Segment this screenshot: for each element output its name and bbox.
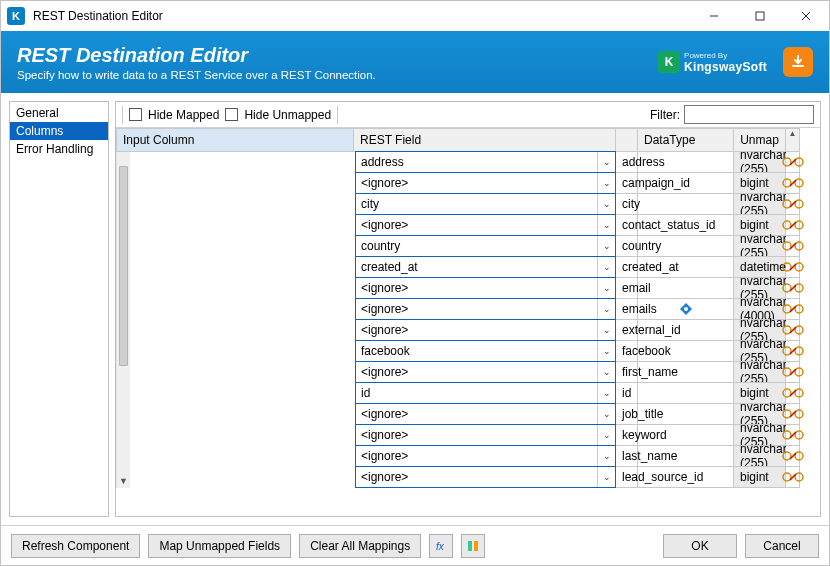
sidebar-item-columns[interactable]: Columns: [10, 122, 108, 140]
input-column-field[interactable]: [356, 215, 597, 235]
input-column-cell[interactable]: ⌄: [355, 382, 616, 404]
cancel-button[interactable]: Cancel: [745, 534, 819, 558]
input-column-cell[interactable]: ⌄: [355, 319, 616, 341]
unmap-button[interactable]: [786, 382, 800, 404]
chevron-down-icon[interactable]: ⌄: [597, 215, 615, 235]
input-column-field[interactable]: [356, 152, 597, 172]
chevron-down-icon[interactable]: ⌄: [597, 425, 615, 445]
fx-cell[interactable]: [638, 298, 734, 320]
close-button[interactable]: [783, 1, 829, 31]
minimize-button[interactable]: [691, 1, 737, 31]
rest-field-cell[interactable]: job_title: [616, 403, 638, 425]
chevron-down-icon[interactable]: ⌄: [597, 152, 615, 172]
filter-input[interactable]: [684, 105, 814, 124]
input-column-cell[interactable]: ⌄: [355, 340, 616, 362]
input-column-cell[interactable]: ⌄: [355, 172, 616, 194]
hide-unmapped-checkbox[interactable]: [225, 108, 238, 121]
unmap-button[interactable]: [786, 193, 800, 215]
input-column-cell[interactable]: ⌄: [355, 403, 616, 425]
rest-field-cell[interactable]: emails: [616, 298, 638, 320]
rest-field-cell[interactable]: email: [616, 277, 638, 299]
rest-field-cell[interactable]: country: [616, 235, 638, 257]
rest-field-cell[interactable]: id: [616, 382, 638, 404]
input-column-cell[interactable]: ⌄: [355, 277, 616, 299]
rest-field-cell[interactable]: facebook: [616, 340, 638, 362]
rest-field-cell[interactable]: contact_status_id: [616, 214, 638, 236]
download-button[interactable]: [783, 47, 813, 77]
chevron-down-icon[interactable]: ⌄: [597, 446, 615, 466]
column-header-datatype[interactable]: DataType: [638, 128, 734, 152]
input-column-field[interactable]: [356, 278, 597, 298]
input-column-cell[interactable]: ⌄: [355, 445, 616, 467]
vertical-scrollbar[interactable]: ▼: [116, 152, 130, 488]
unmap-button[interactable]: [786, 151, 800, 173]
unmap-button[interactable]: [786, 298, 800, 320]
unmap-button[interactable]: [786, 340, 800, 362]
column-header-rest-field[interactable]: REST Field: [354, 128, 616, 152]
input-column-cell[interactable]: ⌄: [355, 256, 616, 278]
input-column-cell[interactable]: ⌄: [355, 151, 616, 173]
chevron-down-icon[interactable]: ⌄: [597, 194, 615, 214]
input-column-cell[interactable]: ⌄: [355, 361, 616, 383]
rest-field-cell[interactable]: city: [616, 193, 638, 215]
input-column-field[interactable]: [356, 173, 597, 193]
unmap-button[interactable]: [786, 361, 800, 383]
unmap-button[interactable]: [786, 172, 800, 194]
unmap-button[interactable]: [786, 235, 800, 257]
input-column-cell[interactable]: ⌄: [355, 466, 616, 488]
clear-all-mappings-button[interactable]: Clear All Mappings: [299, 534, 421, 558]
input-column-field[interactable]: [356, 425, 597, 445]
refresh-component-button[interactable]: Refresh Component: [11, 534, 140, 558]
input-column-field[interactable]: [356, 404, 597, 424]
scrollbar-thumb[interactable]: [119, 166, 128, 366]
chevron-down-icon[interactable]: ⌄: [597, 404, 615, 424]
input-column-cell[interactable]: ⌄: [355, 298, 616, 320]
chevron-down-icon[interactable]: ⌄: [597, 467, 615, 487]
sidebar-item-general[interactable]: General: [10, 104, 108, 122]
chevron-down-icon[interactable]: ⌄: [597, 383, 615, 403]
rest-field-cell[interactable]: campaign_id: [616, 172, 638, 194]
input-column-field[interactable]: [356, 467, 597, 487]
rest-field-cell[interactable]: lead_source_id: [616, 466, 638, 488]
rest-field-cell[interactable]: address: [616, 151, 638, 173]
rest-field-cell[interactable]: keyword: [616, 424, 638, 446]
unmap-button[interactable]: [786, 403, 800, 425]
rest-field-cell[interactable]: created_at: [616, 256, 638, 278]
input-column-field[interactable]: [356, 341, 597, 361]
unmap-button[interactable]: [786, 214, 800, 236]
chevron-down-icon[interactable]: ⌄: [597, 341, 615, 361]
input-column-cell[interactable]: ⌄: [355, 235, 616, 257]
unmap-button[interactable]: [786, 277, 800, 299]
chevron-down-icon[interactable]: ⌄: [597, 236, 615, 256]
input-column-field[interactable]: [356, 236, 597, 256]
column-header-fx[interactable]: [616, 128, 638, 152]
input-column-field[interactable]: [356, 257, 597, 277]
unmap-button[interactable]: [786, 466, 800, 488]
unmap-button[interactable]: [786, 424, 800, 446]
chevron-down-icon[interactable]: ⌄: [597, 320, 615, 340]
unmap-button[interactable]: [786, 445, 800, 467]
input-column-field[interactable]: [356, 299, 597, 319]
rest-field-cell[interactable]: first_name: [616, 361, 638, 383]
brand-logo[interactable]: K Powered By KingswaySoft: [658, 51, 767, 74]
chevron-down-icon[interactable]: ⌄: [597, 362, 615, 382]
ok-button[interactable]: OK: [663, 534, 737, 558]
input-column-cell[interactable]: ⌄: [355, 193, 616, 215]
chevron-down-icon[interactable]: ⌄: [597, 257, 615, 277]
input-column-field[interactable]: [356, 320, 597, 340]
chevron-down-icon[interactable]: ⌄: [597, 299, 615, 319]
rest-field-cell[interactable]: last_name: [616, 445, 638, 467]
map-unmapped-fields-button[interactable]: Map Unmapped Fields: [148, 534, 291, 558]
sidebar-item-error-handling[interactable]: Error Handling: [10, 140, 108, 158]
input-column-field[interactable]: [356, 362, 597, 382]
input-column-field[interactable]: [356, 446, 597, 466]
input-column-cell[interactable]: ⌄: [355, 424, 616, 446]
chevron-down-icon[interactable]: ⌄: [597, 278, 615, 298]
maximize-button[interactable]: [737, 1, 783, 31]
input-column-field[interactable]: [356, 194, 597, 214]
unmap-button[interactable]: [786, 319, 800, 341]
chevron-down-icon[interactable]: ⌄: [597, 173, 615, 193]
expression-editor-button[interactable]: fx: [429, 534, 453, 558]
unmap-button[interactable]: [786, 256, 800, 278]
column-properties-button[interactable]: [461, 534, 485, 558]
